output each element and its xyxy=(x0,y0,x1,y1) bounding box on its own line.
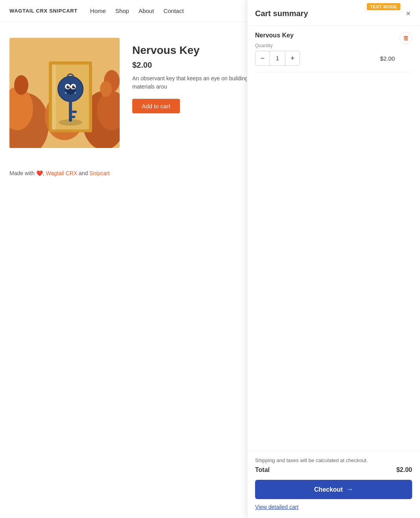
product-details: Nervous Key $2.00 An observant key that … xyxy=(132,38,266,148)
nav-contact[interactable]: Contact xyxy=(163,7,184,14)
cart-title: Cart summary xyxy=(255,9,308,18)
svg-point-20 xyxy=(74,86,75,87)
footer-text-before: Made with xyxy=(9,170,35,176)
svg-point-28 xyxy=(59,119,82,126)
svg-point-8 xyxy=(100,81,112,97)
quantity-decrease-button[interactable]: − xyxy=(255,51,270,65)
svg-rect-12 xyxy=(52,65,56,130)
quantity-controls: − 1 + xyxy=(255,51,300,66)
svg-point-6 xyxy=(14,75,28,95)
product-page: Nervous Key $2.00 An observant key that … xyxy=(0,22,276,157)
product-description: An observant key that keeps an eye on bu… xyxy=(132,74,266,91)
footer-link-wagtail[interactable]: Wagtail CRX xyxy=(46,170,77,176)
product-price: $2.00 xyxy=(132,61,266,70)
cart-item-price: $2.00 xyxy=(380,55,395,62)
add-to-cart-button[interactable]: Add to cart xyxy=(132,99,180,113)
cart-items: Nervous Key Quantity − 1 + $2.00 xyxy=(247,26,420,189)
nav-about[interactable]: About xyxy=(139,7,154,14)
cart-item-name: Nervous Key xyxy=(255,32,395,39)
nav-shop[interactable]: Shop xyxy=(115,7,129,14)
svg-rect-23 xyxy=(72,111,77,113)
cart-item-delete-button[interactable] xyxy=(400,32,412,44)
product-title: Nervous Key xyxy=(132,44,266,57)
quantity-increase-button[interactable]: + xyxy=(285,51,300,65)
cart-header: Cart summary × xyxy=(247,0,420,26)
cart-item-row: − 1 + $2.00 xyxy=(255,51,395,66)
footer-text-middle: and xyxy=(79,170,88,176)
cart-item: Nervous Key Quantity − 1 + $2.00 xyxy=(255,32,412,72)
svg-point-26 xyxy=(65,92,67,94)
cart-close-button[interactable]: × xyxy=(404,8,412,19)
brand-logo[interactable]: WAGTAIL CRX SNIPCART xyxy=(9,8,78,14)
svg-rect-22 xyxy=(69,100,72,122)
product-image xyxy=(9,38,120,148)
nav-menu: Home Shop About Contact xyxy=(90,7,184,15)
svg-point-19 xyxy=(68,86,70,87)
svg-rect-24 xyxy=(72,116,75,118)
cart-item-info: Nervous Key Quantity − 1 + $2.00 xyxy=(255,32,395,66)
nav-home[interactable]: Home xyxy=(90,7,106,14)
quantity-label: Quantity xyxy=(255,43,395,48)
footer-heart: ❤️ xyxy=(36,170,43,176)
trash-icon xyxy=(403,35,409,41)
svg-point-21 xyxy=(67,90,74,94)
footer-link-snipcart[interactable]: Snipcart xyxy=(89,170,109,176)
svg-point-27 xyxy=(74,92,76,94)
cart-panel: TEST MODE Cart summary × Nervous Key Qua… xyxy=(247,0,420,189)
quantity-value: 1 xyxy=(270,51,285,65)
